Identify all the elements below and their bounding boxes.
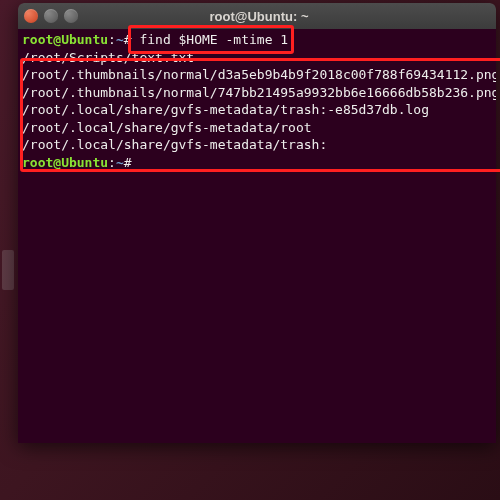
prompt-line-1: root@Ubuntu:~# find $HOME -mtime 1 <box>22 31 492 49</box>
terminal-body[interactable]: root@Ubuntu:~# find $HOME -mtime 1/root/… <box>18 29 496 443</box>
prompt-path: ~ <box>116 32 124 47</box>
output-line: /root/.local/share/gvfs-metadata/trash: <box>22 136 492 154</box>
output-line: /root/.thumbnails/normal/d3a5eb9b4b9f201… <box>22 66 492 84</box>
window-controls <box>24 9 78 23</box>
desktop-icon-fragment <box>2 250 14 290</box>
command-text: find $HOME -mtime 1 <box>139 32 288 47</box>
titlebar[interactable]: root@Ubuntu: ~ <box>18 3 496 29</box>
output-line: /root/.local/share/gvfs-metadata/trash:-… <box>22 101 492 119</box>
terminal-window: root@Ubuntu: ~ root@Ubuntu:~# find $HOME… <box>18 3 496 443</box>
prompt-path: ~ <box>116 155 124 170</box>
maximize-button[interactable] <box>64 9 78 23</box>
window-title: root@Ubuntu: ~ <box>78 9 440 24</box>
output-line: /root/.thumbnails/normal/747bb21495a9932… <box>22 84 492 102</box>
close-button[interactable] <box>24 9 38 23</box>
prompt-user: root@Ubuntu <box>22 155 108 170</box>
output-line: /root/.local/share/gvfs-metadata/root <box>22 119 492 137</box>
prompt-line-2: root@Ubuntu:~# <box>22 154 492 172</box>
prompt-user: root@Ubuntu <box>22 32 108 47</box>
minimize-button[interactable] <box>44 9 58 23</box>
output-line: /root/Scripts/text.txt <box>22 49 492 67</box>
